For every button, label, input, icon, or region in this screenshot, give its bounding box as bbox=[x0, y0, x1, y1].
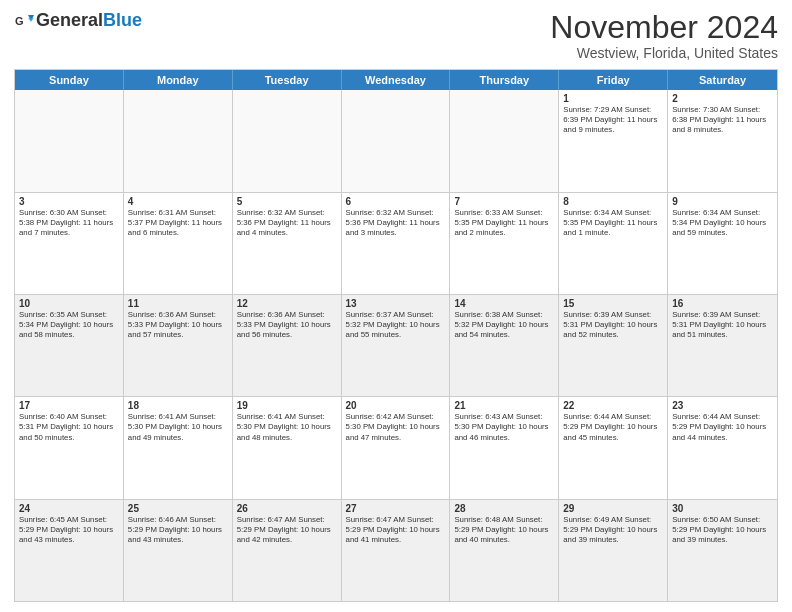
day-number: 21 bbox=[454, 400, 554, 411]
day-info: Sunrise: 6:39 AM Sunset: 5:31 PM Dayligh… bbox=[563, 310, 663, 340]
day-number: 1 bbox=[563, 93, 663, 104]
title-block: November 2024 Westview, Florida, United … bbox=[550, 10, 778, 61]
day-number: 16 bbox=[672, 298, 773, 309]
calendar-header-cell: Wednesday bbox=[342, 70, 451, 90]
calendar-cell: 1Sunrise: 7:29 AM Sunset: 6:39 PM Daylig… bbox=[559, 90, 668, 191]
day-number: 19 bbox=[237, 400, 337, 411]
day-number: 17 bbox=[19, 400, 119, 411]
calendar-header-cell: Monday bbox=[124, 70, 233, 90]
day-number: 18 bbox=[128, 400, 228, 411]
calendar-week-row: 17Sunrise: 6:40 AM Sunset: 5:31 PM Dayli… bbox=[15, 397, 777, 499]
calendar-cell: 10Sunrise: 6:35 AM Sunset: 5:34 PM Dayli… bbox=[15, 295, 124, 396]
calendar-cell: 29Sunrise: 6:49 AM Sunset: 5:29 PM Dayli… bbox=[559, 500, 668, 601]
day-info: Sunrise: 6:36 AM Sunset: 5:33 PM Dayligh… bbox=[128, 310, 228, 340]
day-info: Sunrise: 7:30 AM Sunset: 6:38 PM Dayligh… bbox=[672, 105, 773, 135]
page: G GeneralBlue November 2024 Westview, Fl… bbox=[0, 0, 792, 612]
calendar-cell bbox=[124, 90, 233, 191]
calendar-cell: 28Sunrise: 6:48 AM Sunset: 5:29 PM Dayli… bbox=[450, 500, 559, 601]
calendar-cell bbox=[233, 90, 342, 191]
calendar-cell: 13Sunrise: 6:37 AM Sunset: 5:32 PM Dayli… bbox=[342, 295, 451, 396]
calendar-cell: 6Sunrise: 6:32 AM Sunset: 5:36 PM Daylig… bbox=[342, 193, 451, 294]
day-number: 25 bbox=[128, 503, 228, 514]
calendar-cell bbox=[15, 90, 124, 191]
calendar-cell: 17Sunrise: 6:40 AM Sunset: 5:31 PM Dayli… bbox=[15, 397, 124, 498]
day-info: Sunrise: 6:45 AM Sunset: 5:29 PM Dayligh… bbox=[19, 515, 119, 545]
day-info: Sunrise: 6:31 AM Sunset: 5:37 PM Dayligh… bbox=[128, 208, 228, 238]
calendar-header-cell: Thursday bbox=[450, 70, 559, 90]
day-number: 28 bbox=[454, 503, 554, 514]
calendar-cell bbox=[450, 90, 559, 191]
calendar-cell: 8Sunrise: 6:34 AM Sunset: 5:35 PM Daylig… bbox=[559, 193, 668, 294]
day-number: 22 bbox=[563, 400, 663, 411]
day-info: Sunrise: 7:29 AM Sunset: 6:39 PM Dayligh… bbox=[563, 105, 663, 135]
calendar-cell: 2Sunrise: 7:30 AM Sunset: 6:38 PM Daylig… bbox=[668, 90, 777, 191]
calendar-cell: 18Sunrise: 6:41 AM Sunset: 5:30 PM Dayli… bbox=[124, 397, 233, 498]
calendar-cell: 23Sunrise: 6:44 AM Sunset: 5:29 PM Dayli… bbox=[668, 397, 777, 498]
calendar-cell: 30Sunrise: 6:50 AM Sunset: 5:29 PM Dayli… bbox=[668, 500, 777, 601]
calendar-week-row: 10Sunrise: 6:35 AM Sunset: 5:34 PM Dayli… bbox=[15, 295, 777, 397]
day-number: 9 bbox=[672, 196, 773, 207]
calendar-cell: 5Sunrise: 6:32 AM Sunset: 5:36 PM Daylig… bbox=[233, 193, 342, 294]
calendar-cell: 16Sunrise: 6:39 AM Sunset: 5:31 PM Dayli… bbox=[668, 295, 777, 396]
svg-text:G: G bbox=[15, 15, 24, 27]
calendar-header-cell: Sunday bbox=[15, 70, 124, 90]
day-info: Sunrise: 6:42 AM Sunset: 5:30 PM Dayligh… bbox=[346, 412, 446, 442]
logo-text: G GeneralBlue bbox=[14, 10, 142, 31]
calendar-cell: 11Sunrise: 6:36 AM Sunset: 5:33 PM Dayli… bbox=[124, 295, 233, 396]
calendar-cell: 25Sunrise: 6:46 AM Sunset: 5:29 PM Dayli… bbox=[124, 500, 233, 601]
day-info: Sunrise: 6:34 AM Sunset: 5:34 PM Dayligh… bbox=[672, 208, 773, 238]
day-info: Sunrise: 6:50 AM Sunset: 5:29 PM Dayligh… bbox=[672, 515, 773, 545]
day-number: 15 bbox=[563, 298, 663, 309]
day-info: Sunrise: 6:40 AM Sunset: 5:31 PM Dayligh… bbox=[19, 412, 119, 442]
calendar-cell bbox=[342, 90, 451, 191]
day-number: 5 bbox=[237, 196, 337, 207]
logo-blue-text: Blue bbox=[103, 10, 142, 30]
header: G GeneralBlue November 2024 Westview, Fl… bbox=[14, 10, 778, 61]
calendar-cell: 3Sunrise: 6:30 AM Sunset: 5:38 PM Daylig… bbox=[15, 193, 124, 294]
calendar-week-row: 1Sunrise: 7:29 AM Sunset: 6:39 PM Daylig… bbox=[15, 90, 777, 192]
calendar-cell: 22Sunrise: 6:44 AM Sunset: 5:29 PM Dayli… bbox=[559, 397, 668, 498]
location: Westview, Florida, United States bbox=[550, 45, 778, 61]
day-info: Sunrise: 6:47 AM Sunset: 5:29 PM Dayligh… bbox=[237, 515, 337, 545]
calendar: SundayMondayTuesdayWednesdayThursdayFrid… bbox=[14, 69, 778, 602]
day-info: Sunrise: 6:44 AM Sunset: 5:29 PM Dayligh… bbox=[672, 412, 773, 442]
calendar-cell: 9Sunrise: 6:34 AM Sunset: 5:34 PM Daylig… bbox=[668, 193, 777, 294]
day-info: Sunrise: 6:33 AM Sunset: 5:35 PM Dayligh… bbox=[454, 208, 554, 238]
calendar-cell: 20Sunrise: 6:42 AM Sunset: 5:30 PM Dayli… bbox=[342, 397, 451, 498]
calendar-cell: 24Sunrise: 6:45 AM Sunset: 5:29 PM Dayli… bbox=[15, 500, 124, 601]
day-info: Sunrise: 6:46 AM Sunset: 5:29 PM Dayligh… bbox=[128, 515, 228, 545]
calendar-cell: 15Sunrise: 6:39 AM Sunset: 5:31 PM Dayli… bbox=[559, 295, 668, 396]
day-info: Sunrise: 6:32 AM Sunset: 5:36 PM Dayligh… bbox=[346, 208, 446, 238]
day-number: 27 bbox=[346, 503, 446, 514]
calendar-cell: 12Sunrise: 6:36 AM Sunset: 5:33 PM Dayli… bbox=[233, 295, 342, 396]
calendar-cell: 19Sunrise: 6:41 AM Sunset: 5:30 PM Dayli… bbox=[233, 397, 342, 498]
day-info: Sunrise: 6:49 AM Sunset: 5:29 PM Dayligh… bbox=[563, 515, 663, 545]
day-number: 4 bbox=[128, 196, 228, 207]
day-number: 29 bbox=[563, 503, 663, 514]
day-info: Sunrise: 6:36 AM Sunset: 5:33 PM Dayligh… bbox=[237, 310, 337, 340]
day-info: Sunrise: 6:38 AM Sunset: 5:32 PM Dayligh… bbox=[454, 310, 554, 340]
day-number: 14 bbox=[454, 298, 554, 309]
logo: G GeneralBlue bbox=[14, 10, 142, 31]
day-info: Sunrise: 6:43 AM Sunset: 5:30 PM Dayligh… bbox=[454, 412, 554, 442]
day-number: 20 bbox=[346, 400, 446, 411]
day-info: Sunrise: 6:41 AM Sunset: 5:30 PM Dayligh… bbox=[128, 412, 228, 442]
day-number: 11 bbox=[128, 298, 228, 309]
logo-icon: G bbox=[14, 11, 34, 31]
calendar-week-row: 24Sunrise: 6:45 AM Sunset: 5:29 PM Dayli… bbox=[15, 500, 777, 601]
calendar-cell: 7Sunrise: 6:33 AM Sunset: 5:35 PM Daylig… bbox=[450, 193, 559, 294]
day-number: 13 bbox=[346, 298, 446, 309]
logo-general-text: General bbox=[36, 10, 103, 30]
calendar-cell: 14Sunrise: 6:38 AM Sunset: 5:32 PM Dayli… bbox=[450, 295, 559, 396]
calendar-week-row: 3Sunrise: 6:30 AM Sunset: 5:38 PM Daylig… bbox=[15, 193, 777, 295]
day-number: 6 bbox=[346, 196, 446, 207]
calendar-cell: 21Sunrise: 6:43 AM Sunset: 5:30 PM Dayli… bbox=[450, 397, 559, 498]
day-number: 2 bbox=[672, 93, 773, 104]
calendar-header-cell: Saturday bbox=[668, 70, 777, 90]
day-info: Sunrise: 6:32 AM Sunset: 5:36 PM Dayligh… bbox=[237, 208, 337, 238]
day-info: Sunrise: 6:47 AM Sunset: 5:29 PM Dayligh… bbox=[346, 515, 446, 545]
day-number: 7 bbox=[454, 196, 554, 207]
calendar-cell: 4Sunrise: 6:31 AM Sunset: 5:37 PM Daylig… bbox=[124, 193, 233, 294]
day-number: 26 bbox=[237, 503, 337, 514]
day-number: 8 bbox=[563, 196, 663, 207]
